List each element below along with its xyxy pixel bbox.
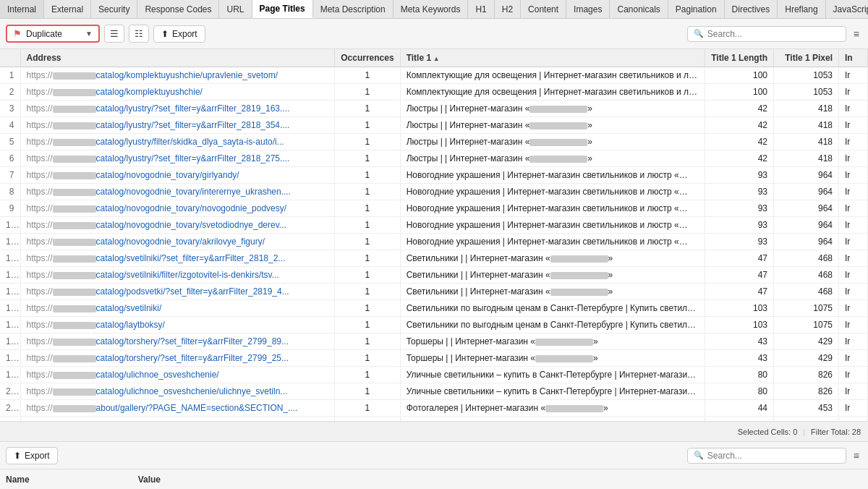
tab-meta-keywords[interactable]: Meta Keywords [393, 0, 469, 18]
bottom-search-box[interactable]: 🔍 [687, 448, 846, 464]
tab-page-titles[interactable]: Page Titles [252, 0, 313, 18]
bottom-search-input[interactable] [707, 451, 840, 461]
tab-directives[interactable]: Directives [725, 0, 778, 18]
row-title1-pixel: 418 [774, 134, 839, 150]
list-view-button[interactable]: ☰ [104, 25, 124, 43]
row-address[interactable]: https://catalog/novogodnie_tovary/novogo… [20, 200, 335, 217]
table-row[interactable]: 6https://catalog/lyustry/?set_filter=y&a… [0, 150, 868, 167]
table-row[interactable]: 9https://catalog/novogodnie_tovary/novog… [0, 200, 868, 217]
col-header-title1len[interactable]: Title 1 Length [705, 49, 774, 67]
row-title1: Комплектующие для освещения | Интернет-м… [400, 67, 705, 84]
row-num: 2 [0, 84, 20, 101]
table-row[interactable]: 2https://catalog/komplektuyushchie/1Комп… [0, 84, 868, 101]
col-header-title1px[interactable]: Title 1 Pixel [774, 49, 839, 67]
row-title1-pixel: 429 [774, 350, 839, 367]
tab-h1[interactable]: H1 [468, 0, 494, 18]
export-button[interactable]: ⬆ Export [153, 25, 205, 43]
filter-settings-button[interactable]: ≡ [851, 27, 862, 41]
tab-meta-description[interactable]: Meta Description [313, 0, 393, 18]
row-address[interactable]: https://catalog/lyustry/?set_filter=y&ar… [20, 150, 335, 167]
tab-security[interactable]: Security [91, 0, 137, 18]
data-table-wrap[interactable]: Address Occurrences Title 1 Title 1 Leng… [0, 49, 868, 421]
col-header-address[interactable]: Address [20, 49, 335, 67]
row-address[interactable]: https://catalog/torshery/?set_filter=y&a… [20, 333, 335, 350]
addr-blur [53, 222, 96, 229]
title-text: Люстры | | Интернет-магазин « [407, 137, 530, 147]
row-address[interactable]: https://catalog/laytboksy/ [20, 317, 335, 333]
table-row[interactable]: 5https://catalog/lyustry/filter/skidka_d… [0, 134, 868, 150]
tab-javascript[interactable]: JavaScript [826, 0, 868, 18]
table-row[interactable]: 15https://catalog/svetilniki/1Светильник… [0, 300, 868, 317]
table-row[interactable]: 14https://catalog/podsvetki/?set_filter=… [0, 284, 868, 300]
addr-path: catalog/novogodnie_tovary/svetodiodnye_d… [96, 220, 286, 230]
col-header-title1[interactable]: Title 1 [400, 49, 705, 67]
row-address[interactable]: https://about/gallery/?PAGE_NAME=section… [20, 400, 335, 417]
tab-canonicals[interactable]: Canonicals [610, 0, 668, 18]
title-blur [545, 405, 603, 412]
table-row[interactable]: 1https://catalog/komplektuyushchie/uprav… [0, 67, 868, 84]
addr-path: catalog/komplektuyushchie/upravlenie_sve… [96, 70, 278, 80]
bottom-filter-settings-button[interactable]: ≡ [851, 448, 862, 463]
row-address[interactable]: https://catalog/svetilniki/?set_filter=y… [20, 250, 335, 267]
selected-cells-status: Selected Cells: 0 [738, 428, 798, 436]
table-row[interactable]: 4https://catalog/lyustry/?set_filter=y&a… [0, 117, 868, 134]
row-title1-length: 80 [705, 383, 774, 400]
tab-internal[interactable]: Internal [0, 0, 44, 18]
tree-view-button[interactable]: ☷ [129, 25, 149, 43]
tab-hreflang[interactable]: Hreflang [778, 0, 825, 18]
tab-pagination[interactable]: Pagination [668, 0, 725, 18]
col-header-in[interactable]: In [839, 49, 868, 67]
addr-base: https:// [27, 303, 53, 313]
row-address[interactable]: https://catalog/lyustry/?set_filter=y&ar… [20, 117, 335, 134]
tab-content[interactable]: Content [521, 0, 566, 18]
row-address[interactable]: https://catalog/lyustry/?set_filter=y&ar… [20, 101, 335, 117]
table-row[interactable]: 3https://catalog/lyustry/?set_filter=y&a… [0, 101, 868, 117]
row-address[interactable]: https://catalog/svetilniki/filter/izgoto… [20, 267, 335, 284]
row-address[interactable]: https://catalog/podsvetki/?set_filter=y&… [20, 284, 335, 300]
toolbar: ⚑ Duplicate ▼ ☰ ☷ ⬆ Export 🔍 ≡ [0, 19, 868, 49]
tab-images[interactable]: Images [566, 0, 610, 18]
row-address[interactable]: https://catalog/komplektuyushchie/upravl… [20, 67, 335, 84]
table-row[interactable]: 12https://catalog/svetilniki/?set_filter… [0, 250, 868, 267]
tab-response-codes[interactable]: Response Codes [137, 0, 219, 18]
addr-path: catalog/svetilniki/ [96, 303, 162, 313]
col-header-occurrences[interactable]: Occurrences [335, 49, 400, 67]
bottom-export-button[interactable]: ⬆ Export [6, 447, 58, 464]
table-row[interactable]: 17https://catalog/torshery/?set_filter=y… [0, 333, 868, 350]
row-address[interactable]: https://catalog/novogodnie_tovary/girlya… [20, 167, 335, 184]
table-row[interactable]: 10https://catalog/novogodnie_tovary/svet… [0, 217, 868, 234]
table-row[interactable]: 7https://catalog/novogodnie_tovary/girly… [0, 167, 868, 184]
tab-external[interactable]: External [44, 0, 91, 18]
filter-dropdown[interactable]: ⚑ Duplicate ▼ [6, 25, 100, 43]
row-address[interactable]: https://catalog/komplektuyushchie/ [20, 84, 335, 101]
table-row[interactable]: 18https://catalog/torshery/?set_filter=y… [0, 350, 868, 367]
row-num: 21 [0, 400, 20, 417]
top-search-box[interactable]: 🔍 [687, 26, 846, 42]
tab-h2[interactable]: H2 [495, 0, 521, 18]
row-address[interactable]: https://catalog/torshery/?set_filter=y&a… [20, 350, 335, 367]
addr-base: https:// [27, 187, 53, 197]
row-address[interactable]: https://catalog/ulichnoe_osveshchenie/ [20, 367, 335, 383]
row-address[interactable]: https://catalog/lyustry/filter/skidka_dl… [20, 134, 335, 150]
table-row[interactable]: 13https://catalog/svetilniki/filter/izgo… [0, 267, 868, 284]
row-address[interactable]: https://catalog/novogodnie_tovary/intere… [20, 184, 335, 200]
table-row[interactable]: 20https://catalog/ulichnoe_osveshchenie/… [0, 383, 868, 400]
row-address[interactable]: https://catalog/novogodnie_tovary/svetod… [20, 217, 335, 234]
filter-total-status: Filter Total: 28 [811, 428, 861, 436]
search-input[interactable] [707, 29, 840, 39]
row-address[interactable]: https://catalog/ulichnoe_osveshchenie/ul… [20, 383, 335, 400]
tab-url[interactable]: URL [219, 0, 252, 18]
row-num: 16 [0, 317, 20, 333]
row-in: Ir [839, 284, 868, 300]
table-row[interactable]: 16https://catalog/laytboksy/1Светильники… [0, 317, 868, 333]
bottom-panel: Name Value [0, 469, 868, 489]
table-row[interactable]: 21https://about/gallery/?PAGE_NAME=secti… [0, 400, 868, 417]
table-row[interactable]: 19https://catalog/ulichnoe_osveshchenie/… [0, 367, 868, 383]
row-title1-pixel: 964 [774, 217, 839, 234]
row-in: Ir [839, 400, 868, 417]
row-address[interactable]: https://catalog/svetilniki/ [20, 300, 335, 317]
addr-base: https:// [27, 70, 53, 80]
table-row[interactable]: 8https://catalog/novogodnie_tovary/inter… [0, 184, 868, 200]
table-row[interactable]: 11https://catalog/novogodnie_tovary/akri… [0, 234, 868, 250]
row-address[interactable]: https://catalog/novogodnie_tovary/akrilo… [20, 234, 335, 250]
